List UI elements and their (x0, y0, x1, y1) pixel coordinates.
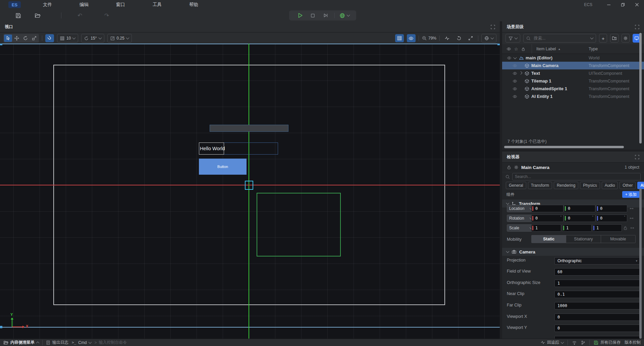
step-button[interactable] (322, 11, 330, 19)
expand-panel-icon[interactable] (635, 25, 639, 29)
hierarchy-row-animatedsprite[interactable]: AnimatedSprite 1 TransformComponent (502, 85, 644, 93)
content-drawer-button[interactable]: 内容侧滑菜单 (3, 340, 39, 345)
eye-icon[interactable] (512, 79, 518, 83)
hierarchy-row-text[interactable]: Text UITextComponent (502, 69, 644, 77)
source-control-branch-icon[interactable] (581, 340, 585, 345)
scale-z-input[interactable]: 1 (592, 224, 622, 232)
eye-icon[interactable] (512, 71, 518, 76)
orthographic-size-input[interactable]: 1 (554, 280, 641, 287)
expand-panel-icon[interactable] (491, 25, 495, 29)
green-region-rect[interactable] (257, 193, 341, 256)
location-dropdown[interactable]: Location (507, 205, 535, 212)
tab-rendering[interactable]: Rendering (554, 182, 578, 189)
mobility-stationary-option[interactable]: Stationary (566, 235, 600, 243)
expand-chevron-icon[interactable] (513, 56, 517, 59)
reset-view-button[interactable] (454, 34, 463, 42)
expand-panel-icon[interactable] (635, 155, 639, 159)
guide-handle[interactable] (0, 44, 2, 45)
mobility-movable-option[interactable]: Movable (601, 235, 635, 243)
traceback-dropdown[interactable]: 回追踪 (541, 340, 564, 345)
scale-x-input[interactable]: 1 (531, 224, 561, 232)
stop-button[interactable] (309, 11, 317, 19)
link-axes-icon[interactable] (629, 216, 634, 221)
filter-dropdown[interactable] (505, 34, 520, 43)
save-status[interactable]: 所有已保存 (594, 340, 621, 345)
menu-tools[interactable]: 工具 (153, 2, 162, 8)
output-log-button[interactable]: 输出日志 (46, 340, 68, 345)
menu-help[interactable]: 帮助 (189, 2, 198, 8)
tab-general[interactable]: General (506, 182, 526, 189)
scale-snap-dropdown[interactable]: 0.25 (107, 34, 132, 43)
far-clip-input[interactable]: 1000 (554, 302, 641, 309)
cmd-dropdown[interactable]: >_ Cmd (72, 340, 91, 345)
expand-chevron-icon[interactable] (519, 71, 522, 74)
viewport-x-input[interactable]: 0 (554, 313, 641, 321)
column-type[interactable]: Type (589, 47, 644, 51)
rotation-dropdown[interactable]: Rotation (507, 215, 535, 222)
new-folder-button[interactable] (610, 34, 618, 43)
eye-icon[interactable] (512, 94, 518, 99)
scale-dropdown[interactable]: Scale (507, 224, 535, 232)
visibility-column-icon[interactable] (506, 47, 511, 51)
redo-icon[interactable]: ↷ (103, 11, 111, 19)
rotation-z-input[interactable]: 0 ° (596, 215, 627, 222)
scale-y-input[interactable]: 1 (562, 224, 592, 232)
location-z-input[interactable]: 0 (596, 205, 627, 212)
add-entity-button[interactable]: + (599, 34, 607, 43)
selection-highlight-box[interactable] (245, 181, 253, 190)
rotate-tool-button[interactable] (21, 35, 30, 42)
text-element[interactable]: Hello World (199, 142, 224, 155)
hierarchy-row-ai-entity[interactable]: AI Entity 1 TransformComponent (502, 93, 644, 100)
panel-sprite[interactable] (210, 125, 288, 132)
snap-toggle-button[interactable] (45, 34, 54, 42)
unlock-uniform-scale-icon[interactable] (623, 226, 628, 230)
eye-icon[interactable] (512, 63, 518, 68)
restore-button[interactable] (616, 0, 630, 9)
link-axes-icon[interactable] (630, 226, 635, 230)
menu-window[interactable]: 窗口 (116, 2, 125, 8)
play-button[interactable] (296, 11, 304, 19)
tab-audio[interactable]: Audio (602, 182, 618, 189)
projection-dropdown[interactable]: Orthographic▼ (554, 257, 641, 265)
undo-icon[interactable]: ↶ (76, 11, 84, 19)
save-icon[interactable] (14, 11, 22, 19)
location-y-input[interactable]: 0 (564, 205, 595, 212)
rotation-y-input[interactable]: 0 ° (564, 215, 595, 222)
tab-physics[interactable]: Physics (580, 182, 600, 189)
hierarchy-row-world[interactable]: main (Editor) World (502, 54, 644, 62)
guide-handle[interactable] (0, 326, 2, 328)
tab-transform[interactable]: Transform (528, 182, 552, 189)
lock-column-icon[interactable] (521, 47, 525, 51)
grid-snap-dropdown[interactable]: 10 (57, 34, 78, 43)
text-container[interactable]: Hello World (199, 142, 278, 155)
world-mode-dropdown[interactable] (339, 11, 350, 19)
link-axes-icon[interactable] (629, 206, 634, 211)
inspector-search-input[interactable] (512, 173, 641, 180)
vertical-scrollbar[interactable] (639, 188, 642, 339)
version-control-button[interactable]: 版本控制 (625, 340, 641, 345)
menu-file[interactable]: 文件 (43, 2, 52, 8)
hierarchy-settings-button[interactable] (622, 34, 630, 43)
camera-section-header[interactable]: Camera (502, 247, 644, 256)
select-tool-button[interactable] (4, 35, 12, 42)
hierarchy-row-tilemap[interactable]: Tilemap 1 TransformComponent (502, 77, 644, 85)
lock-icon[interactable] (507, 165, 511, 170)
rotation-snap-dropdown[interactable]: 15° (81, 34, 104, 43)
eye-icon[interactable] (506, 56, 512, 60)
horizontal-scrollbar[interactable] (504, 146, 624, 148)
gear-icon[interactable] (514, 165, 519, 170)
hierarchy-row-main-camera[interactable]: Main Camera TransformComponent (502, 62, 644, 69)
close-button[interactable] (630, 0, 644, 9)
scale-tool-button[interactable] (30, 35, 38, 42)
zoom-control[interactable]: 79% (422, 36, 436, 41)
guide-handle[interactable] (497, 44, 500, 45)
tab-all[interactable]: All (637, 182, 644, 189)
button-element[interactable]: Button (199, 159, 247, 175)
vertical-scrollbar[interactable] (639, 33, 642, 143)
field-of-view-input[interactable]: 60 (554, 268, 641, 276)
hierarchy-search[interactable] (523, 34, 596, 43)
minimize-button[interactable] (602, 0, 616, 9)
app-logo[interactable]: ES (8, 1, 21, 8)
tab-other[interactable]: Other (620, 182, 636, 189)
network-icon[interactable] (572, 340, 577, 345)
